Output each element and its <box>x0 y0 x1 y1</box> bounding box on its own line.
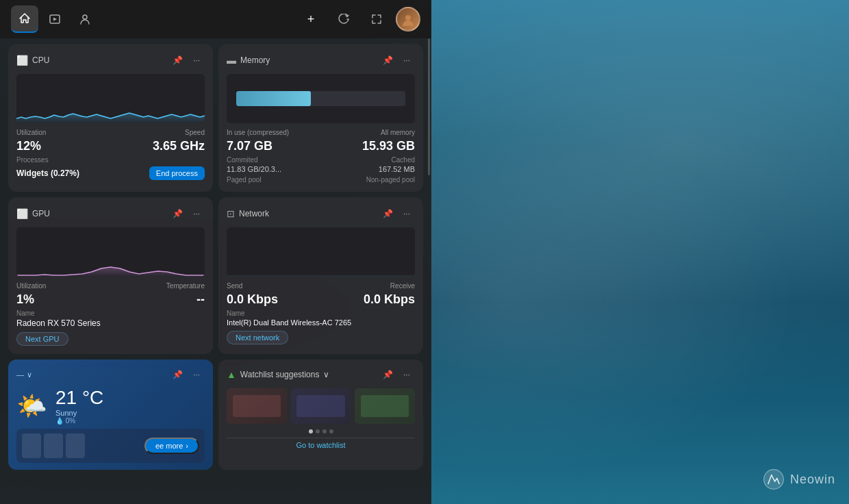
memory-values-row: 7.07 GB 15.93 GB <box>227 139 415 153</box>
cpu-processes-row: Processes <box>16 156 205 164</box>
weather-header: — ∨ 📌 ··· <box>16 366 205 383</box>
see-more-label: ee more <box>155 442 183 450</box>
memory-title: Memory <box>240 55 270 65</box>
pagination-dot-2[interactable] <box>316 429 320 433</box>
pagination-dot-1[interactable] <box>309 429 313 433</box>
neowin-watermark: Neowin <box>763 468 835 490</box>
gpu-temp-value: -- <box>197 292 205 307</box>
memory-pin-button[interactable]: 📌 <box>379 52 396 68</box>
avatar[interactable] <box>396 7 420 32</box>
network-widget: ⊡ Network 📌 ··· Send Receive 0.0 Kbps <box>218 197 423 354</box>
weather-widget-actions: 📌 ··· <box>169 366 205 383</box>
scroll-indicator <box>428 38 430 175</box>
expand-button[interactable] <box>363 5 390 33</box>
stock-item-1[interactable] <box>227 388 287 424</box>
weather-location-text: — <box>16 370 24 379</box>
memory-chart <box>227 74 415 123</box>
next-gpu-button[interactable]: Next GPU <box>16 332 68 346</box>
cpu-processes-label: Processes <box>16 156 49 164</box>
gpu-name-label: Name <box>16 310 205 317</box>
network-title-row: ⊡ Network <box>227 208 269 219</box>
cpu-widget-actions: 📌 ··· <box>169 52 205 68</box>
widgets-panel: + <box>0 0 431 504</box>
watchlist-more-button[interactable]: ··· <box>398 366 415 383</box>
gpu-chart-svg <box>16 227 205 277</box>
see-more-button[interactable]: ee more › <box>144 438 199 454</box>
forecast-item <box>44 433 63 458</box>
cpu-util-value: 12% <box>16 139 41 153</box>
gpu-chart <box>16 227 205 277</box>
weather-temp: 21 °C <box>55 387 103 409</box>
weather-location-dropdown[interactable]: — ∨ <box>16 370 32 379</box>
stock-item-2[interactable] <box>291 388 351 424</box>
stock-chart-3 <box>361 395 409 416</box>
memory-title-row: ▬ Memory <box>227 55 270 66</box>
forecast-item <box>66 433 85 458</box>
network-widget-actions: 📌 ··· <box>379 205 415 222</box>
pagination-dot-3[interactable] <box>322 429 327 433</box>
gpu-pin-button[interactable]: 📌 <box>169 205 186 222</box>
gpu-util-label: Utilization <box>16 282 46 290</box>
gpu-temp-label: Temperature <box>166 282 205 290</box>
memory-icon: ▬ <box>227 55 236 66</box>
nav-right: + <box>297 5 420 33</box>
expand-icon <box>371 14 382 25</box>
cpu-more-button[interactable]: ··· <box>188 52 205 68</box>
add-widget-button[interactable]: + <box>297 5 325 33</box>
cpu-values-row: 12% 3.65 GHz <box>16 139 205 153</box>
watchlist-chevron[interactable]: ∨ <box>323 370 329 379</box>
memory-widget: ▬ Memory 📌 ··· In use (compressed) All m… <box>218 44 423 192</box>
weather-location: — ∨ <box>16 370 32 379</box>
avatar-image <box>400 11 416 27</box>
memory-more-button[interactable]: ··· <box>398 52 415 68</box>
watchlist-icon: ▲ <box>227 369 236 380</box>
watchlist-widget-actions: 📌 ··· <box>379 366 415 383</box>
memory-bar-bg <box>236 91 406 106</box>
network-pin-button[interactable]: 📌 <box>379 205 396 222</box>
network-receive-label: Receive <box>390 282 415 290</box>
weather-more-button[interactable]: ··· <box>188 366 205 383</box>
refresh-button[interactable] <box>330 5 357 33</box>
cpu-chart-svg <box>16 74 205 123</box>
network-more-button[interactable]: ··· <box>398 205 415 222</box>
end-process-button[interactable]: End process <box>149 166 205 180</box>
watchlist-pin-button[interactable]: 📌 <box>379 366 396 383</box>
add-icon: + <box>307 12 315 27</box>
go-to-watchlist-button[interactable]: Go to watchlist <box>227 438 415 452</box>
gpu-title-row: ⬜ GPU <box>16 208 50 219</box>
stock-item-3[interactable] <box>355 388 415 424</box>
svg-marker-6 <box>16 267 205 277</box>
network-name-label: Name <box>227 310 415 317</box>
nav-media-button[interactable] <box>41 5 68 33</box>
nav-left <box>11 5 99 33</box>
weather-footer: ee more › <box>16 429 205 463</box>
cpu-title: CPU <box>32 55 49 65</box>
gpu-more-button[interactable]: ··· <box>188 205 205 222</box>
weather-precipitation: 💧 0% <box>55 417 103 425</box>
network-chart-svg <box>227 227 415 277</box>
forecast-item <box>22 433 41 458</box>
network-title: Network <box>239 209 269 218</box>
memory-stats-labels: In use (compressed) All memory <box>227 129 415 136</box>
memory-pool-row: Paged pool Non-paged pool <box>227 176 415 184</box>
weather-main: 🌤️ 21 °C Sunny 💧 0% <box>16 387 205 425</box>
see-more-arrow: › <box>186 442 188 450</box>
nav-person-button[interactable] <box>71 5 99 33</box>
memory-allmem-value: 15.93 GB <box>362 139 415 153</box>
memory-committed-row: Commited Cached <box>227 156 415 164</box>
gpu-widget-header: ⬜ GPU 📌 ··· <box>16 205 205 222</box>
cpu-speed-label: Speed <box>185 129 205 136</box>
cpu-widget: ⬜ CPU 📌 ··· <box>8 44 213 192</box>
watchlist-title-row: ▲ Watchlist suggestions ∨ <box>227 369 329 380</box>
cpu-widget-header: ⬜ CPU 📌 ··· <box>16 52 205 68</box>
next-network-button[interactable]: Next network <box>227 331 288 344</box>
nav-home-button[interactable] <box>11 5 38 33</box>
cpu-util-label: Utilization <box>16 129 46 136</box>
gpu-icon: ⬜ <box>16 208 28 219</box>
network-send-value: 0.0 Kbps <box>227 292 278 307</box>
memory-inuse-value: 7.07 GB <box>227 139 273 153</box>
cpu-pin-button[interactable]: 📌 <box>169 52 186 68</box>
gpu-name-row: Name Radeon RX 570 Series <box>16 310 205 328</box>
weather-pin-button[interactable]: 📌 <box>169 366 186 383</box>
pagination-dot-4[interactable] <box>329 429 333 433</box>
